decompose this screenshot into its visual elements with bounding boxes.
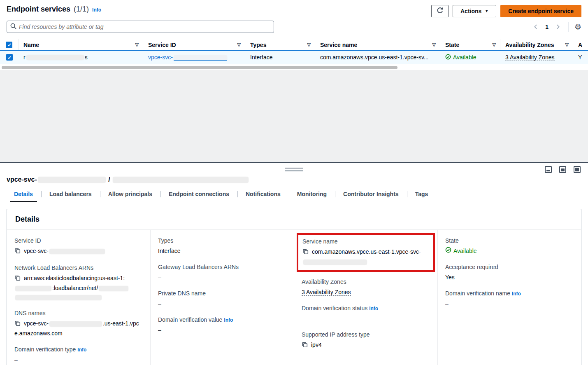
availability-zones-popover-trigger[interactable]: 3 Availability Zones — [302, 289, 351, 296]
domain-verification-value-value: – — [158, 325, 286, 335]
row-checkbox[interactable] — [6, 54, 13, 61]
table-row[interactable]: r s vpce-svc- Interface com.amazonaws.vp… — [0, 50, 588, 64]
scrollbar-thumb[interactable] — [2, 66, 397, 69]
domain-verification-status-text: Domain verification status — [302, 305, 367, 311]
search-icon — [10, 23, 16, 30]
gear-icon[interactable]: ⚙ — [574, 23, 581, 31]
dns-names-label: DNS names — [14, 310, 143, 316]
column-header-name: Name — [23, 42, 39, 48]
page-number[interactable]: 1 — [544, 23, 549, 30]
create-endpoint-service-button[interactable]: Create endpoint service — [500, 5, 581, 17]
state-label: Available — [453, 54, 476, 61]
domain-verification-type-label: Domain verification type Info — [14, 346, 143, 353]
sort-icon[interactable]: ▽ — [493, 42, 496, 47]
previous-page-button[interactable] — [531, 22, 540, 31]
tab-endpoint-connections[interactable]: Endpoint connections — [160, 187, 237, 202]
redacted-text — [49, 321, 102, 327]
domain-verification-type-info-link[interactable]: Info — [77, 347, 86, 353]
domain-verification-status-label: Domain verification status Info — [302, 305, 430, 311]
select-all-checkbox[interactable] — [6, 42, 12, 48]
caret-down-icon: ▼ — [485, 9, 488, 13]
domain-verification-status-info-link[interactable]: Info — [369, 306, 378, 311]
panel-size-medium-icon[interactable] — [559, 166, 566, 173]
endpoint-services-table: Name▽ Service ID▽ Types▽ Service name▽ S… — [0, 39, 588, 70]
title-info-link[interactable]: Info — [92, 7, 101, 13]
nlb-arn-part2: :loadbalancer/net/ — [52, 285, 98, 291]
panel-size-small-icon[interactable] — [545, 166, 552, 173]
details-column-1: Service ID vpce-svc- Network Load Balanc… — [7, 230, 150, 365]
panel-title-prefix: vpce-svc- — [7, 176, 37, 183]
supported-ip-value: ipv4 — [311, 342, 322, 348]
redacted-text — [15, 295, 102, 300]
availability-zones-label: Availability Zones — [302, 278, 430, 285]
gwlb-arns-label: Gateway Load Balancers ARNs — [158, 264, 286, 270]
service-id-value-prefix: vpce-svc- — [24, 248, 49, 254]
column-header-state: State — [445, 42, 459, 48]
state-value: Available — [453, 246, 477, 255]
private-dns-name-value: – — [158, 299, 286, 308]
tab-monitoring[interactable]: Monitoring — [289, 187, 335, 202]
private-dns-name-label: Private DNS name — [158, 290, 286, 297]
cell-name: r s — [19, 51, 143, 64]
actions-button[interactable]: Actions ▼ — [453, 5, 496, 17]
page-background-gap — [0, 70, 588, 162]
cell-types: Interface — [245, 51, 315, 64]
panel-size-large-icon[interactable] — [574, 166, 581, 173]
copy-icon[interactable] — [14, 320, 21, 329]
column-header-availability-zones: Availability Zones — [505, 42, 554, 48]
domain-verification-status-value: – — [302, 314, 430, 323]
sort-icon[interactable]: ▽ — [432, 42, 436, 47]
copy-icon[interactable] — [302, 248, 309, 257]
service-id-label: Service ID — [14, 237, 143, 244]
tab-contributor-insights[interactable]: Contributor Insights — [335, 187, 407, 202]
service-id-prefix: vpce-svc- — [148, 54, 173, 61]
next-page-button[interactable] — [553, 22, 562, 31]
actions-button-label: Actions — [460, 8, 481, 14]
domain-verification-value-info-link[interactable]: Info — [224, 317, 233, 323]
cell-service-name: com.amazonaws.vpce.us-east-1.vpce-sv... — [315, 51, 440, 64]
details-card-heading: Details — [7, 209, 581, 230]
column-header-service-name: Service name — [320, 42, 357, 48]
domain-verification-name-value: – — [445, 299, 574, 308]
sort-icon[interactable]: ▽ — [237, 42, 241, 47]
split-panel-drag-handle[interactable] — [285, 168, 303, 171]
tab-details[interactable]: Details — [6, 187, 41, 202]
sort-icon[interactable]: ▽ — [307, 42, 311, 47]
column-header-service-id: Service ID — [148, 42, 176, 48]
service-id-link[interactable]: vpce-svc- — [148, 54, 228, 61]
tab-allow-principals[interactable]: Allow principals — [100, 187, 160, 202]
domain-verification-name-label: Domain verification name Info — [445, 290, 574, 297]
copy-icon[interactable] — [302, 341, 308, 350]
nlb-arn-part1: arn:aws:elasticloadbalancing:us-east-1: — [24, 275, 125, 281]
split-panel-tabs: Details Load balancers Allow principals … — [0, 187, 588, 202]
gwlb-arns-value: – — [158, 273, 286, 282]
sort-icon[interactable]: ▽ — [135, 42, 139, 47]
search-input[interactable] — [19, 23, 270, 30]
sort-icon[interactable]: ▽ — [565, 42, 569, 47]
domain-verification-value-label: Domain verification value Info — [158, 316, 286, 323]
tab-notifications[interactable]: Notifications — [237, 187, 289, 202]
acceptance-required-value: Yes — [445, 273, 574, 282]
tab-load-balancers[interactable]: Load balancers — [41, 187, 100, 202]
cell-availability-zones: 3 Availability Zones — [500, 51, 573, 64]
tab-tags[interactable]: Tags — [407, 187, 437, 202]
search-box[interactable] — [7, 21, 274, 33]
redacted-text — [26, 55, 84, 60]
details-card: Details Service ID vpce-svc- Network Loa… — [7, 209, 581, 365]
redacted-text — [113, 177, 249, 183]
create-endpoint-service-label: Create endpoint service — [508, 8, 574, 14]
cell-state: Available — [440, 51, 500, 64]
copy-icon[interactable] — [14, 247, 21, 256]
column-header-types: Types — [250, 42, 266, 48]
availability-zones-popover-trigger[interactable]: 3 Availability Zones — [505, 54, 555, 61]
refresh-button[interactable] — [431, 5, 449, 17]
redacted-text — [38, 177, 106, 183]
domain-verification-type-text: Domain verification type — [14, 346, 76, 353]
copy-icon[interactable] — [14, 274, 21, 283]
details-column-4: State Available Acceptance required Yes — [437, 230, 581, 365]
redacted-text — [174, 55, 227, 61]
domain-verification-type-value: – — [14, 355, 143, 364]
status-available-icon — [445, 54, 451, 61]
domain-verification-name-info-link[interactable]: Info — [512, 291, 521, 297]
redacted-text — [303, 260, 367, 265]
